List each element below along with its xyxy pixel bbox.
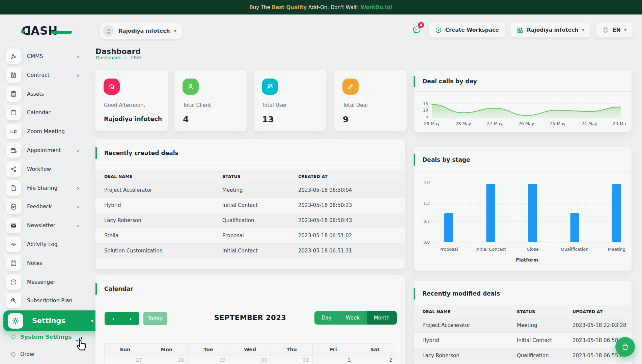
- promo-link[interactable]: WorkDo.Io!: [361, 4, 393, 10]
- workflow-icon: [6, 161, 21, 177]
- sidebar-item-activity-log[interactable]: Activity Log: [6, 237, 79, 252]
- sidebar-item-contract[interactable]: Contract›: [6, 67, 79, 83]
- table-row: HybridInitial Contact2023-05-18 06:50:23: [95, 198, 405, 213]
- user-icon: [183, 79, 199, 95]
- weekday-label: Sat: [354, 343, 396, 356]
- sidebar-item-newsletter[interactable]: Newsletter›: [6, 218, 79, 233]
- table-cell: Solution Customization: [95, 248, 214, 254]
- greeting-workspace-name: Rajodiya infotech: [104, 116, 162, 122]
- sidebar-item-subscription-plan[interactable]: Subscription Plan: [6, 293, 79, 308]
- header-actions: 0 Create Workspace Rajodiya infotech ▾ E…: [410, 23, 633, 37]
- sidebar-item-system-settings[interactable]: System Settings: [11, 334, 72, 340]
- sidebar-item-label: Activity Log: [27, 241, 58, 247]
- sidebar-item-cmms[interactable]: CMMS›: [6, 49, 79, 64]
- sidebar-item-file-sharing[interactable]: File Sharing›: [6, 180, 79, 196]
- table-row: Project AcceleratorMeeting2023-05-18 22:…: [414, 318, 632, 333]
- total-deal-value: 9: [343, 115, 348, 124]
- page-title: Dashboard: [95, 47, 141, 56]
- workspace2-name: Rajodiya infotech: [527, 27, 579, 33]
- chevron-down-icon: ▾: [582, 28, 584, 32]
- chevron-right-icon: ›: [77, 147, 79, 154]
- sidebar-item-label: Newsletter: [27, 222, 55, 229]
- table-cell: Project Accelerator: [414, 322, 508, 328]
- calendar-day-cell[interactable]: 2: [354, 355, 396, 364]
- calendar-view-week[interactable]: Week: [339, 311, 367, 325]
- column-header: STATUS: [508, 309, 564, 314]
- cart-fab-button[interactable]: [615, 337, 635, 357]
- chevron-down-icon: ▾: [91, 318, 93, 324]
- table-cell: 2023-05-18 06:50:43: [289, 217, 405, 223]
- calendar-day-cell[interactable]: 27: [104, 355, 146, 364]
- table-cell: Proposal: [214, 233, 289, 239]
- sidebar-item-appointment[interactable]: Appointment›: [6, 143, 79, 158]
- create-workspace-button[interactable]: Create Workspace: [429, 23, 505, 37]
- calendar-day-cell[interactable]: 1: [313, 355, 355, 364]
- sidebar-item-workflow[interactable]: Workflow: [6, 161, 79, 177]
- language-code: EN: [613, 27, 621, 33]
- greeting-label: Good Afternoon,: [104, 102, 145, 108]
- workspace-selector[interactable]: Rajodiya infotech ▾: [100, 23, 183, 39]
- table-cell: 2023-05-18 22:03:28: [564, 322, 632, 328]
- chevron-right-icon: ›: [77, 185, 79, 191]
- sidebar-item-label: Notes: [27, 260, 42, 266]
- pen-icon: [342, 79, 359, 95]
- column-header: CREATED AT: [289, 174, 405, 179]
- sidebar-item-order[interactable]: Order: [11, 351, 35, 357]
- logo-dot: [21, 30, 24, 33]
- gear-icon: [8, 313, 23, 329]
- chevron-down-icon: ▾: [624, 28, 626, 32]
- sidebar-item-label: File Sharing: [27, 185, 57, 191]
- calendar-day-cell[interactable]: 29: [188, 355, 229, 364]
- settings-label: Settings: [32, 317, 65, 325]
- total-client-card: Total Client 4: [174, 70, 247, 131]
- calendar-view-switcher: DayWeekMonth: [314, 311, 397, 325]
- sidebar-item-zoom-meeting[interactable]: Zoom Meeting: [6, 124, 79, 139]
- activity-icon: [6, 237, 21, 252]
- breadcrumb-link-dashboard[interactable]: Dashboard: [96, 55, 120, 60]
- crm-dashboard-page: { "banner":{"prefix":"Buy The ","highlig…: [0, 0, 642, 364]
- deals-by-stage-card: Deals by stage 0.00.71.32.0ProposalIniti…: [414, 147, 632, 271]
- svg-text:Platform: Platform: [516, 257, 538, 263]
- table-row: HybridInitial Contact2023-05-18 06:58:01: [414, 333, 632, 348]
- home-icon: [104, 79, 120, 95]
- subscription-icon: [6, 293, 21, 308]
- mouse-cursor: [74, 336, 88, 353]
- calendar-day-cell[interactable]: 31: [271, 355, 313, 364]
- table-header-row: DEAL NAMESTATUSUPDATED AT: [414, 305, 632, 318]
- calendar-day-cell[interactable]: 28: [146, 355, 188, 364]
- file-icon: [6, 180, 21, 196]
- bullet-icon: [11, 352, 16, 357]
- sidebar-item-calendar[interactable]: Calendar: [6, 105, 79, 120]
- newsletter-icon: [6, 218, 21, 233]
- table-cell: 2023-05-18 06:51:02: [289, 233, 405, 239]
- svg-text:Meeting: Meeting: [608, 247, 625, 252]
- section-title: Deals by stage: [422, 156, 470, 163]
- table-cell: Project Accelerator: [95, 187, 214, 193]
- table-cell: 2023-05-18 06:51:31: [289, 248, 405, 254]
- sidebar-item-messenger[interactable]: Messenger: [6, 274, 79, 290]
- workspace-switcher[interactable]: Rajodiya infotech ▾: [510, 23, 590, 37]
- svg-text:0.0: 0.0: [423, 240, 430, 245]
- weekday-label: Mon: [146, 343, 188, 356]
- deal-calls-line-chart: 5101529-May28-May27-May26-May25-May24-Ma…: [420, 98, 626, 130]
- language-selector[interactable]: EN ▾: [596, 23, 633, 37]
- calendar-view-day[interactable]: Day: [314, 311, 339, 325]
- svg-text:0.7: 0.7: [423, 219, 430, 224]
- chevron-right-icon: ›: [77, 72, 79, 79]
- sidebar-item-assets[interactable]: Assets: [6, 86, 79, 102]
- calendar-day-cell[interactable]: 30: [229, 355, 271, 364]
- calendar-view-month[interactable]: Month: [367, 311, 397, 325]
- sidebar-item-label: Appointment: [27, 147, 61, 153]
- app-logo[interactable]: DASH: [21, 24, 72, 39]
- sidebar-item-notes[interactable]: Notes: [6, 255, 79, 271]
- sidebar-item-feedback[interactable]: Feedback›: [6, 199, 79, 214]
- svg-text:2.0: 2.0: [423, 180, 430, 185]
- messages-button[interactable]: 0: [410, 23, 423, 37]
- sidebar-item-settings[interactable]: Settings ▾: [3, 310, 100, 331]
- column-header: UPDATED AT: [564, 309, 632, 314]
- svg-text:Proposal: Proposal: [439, 247, 458, 252]
- grid-plus-icon: [517, 27, 524, 34]
- svg-text:Close: Close: [527, 247, 538, 252]
- logo-dash-bar: [51, 31, 72, 34]
- table-cell: Meeting: [214, 187, 289, 193]
